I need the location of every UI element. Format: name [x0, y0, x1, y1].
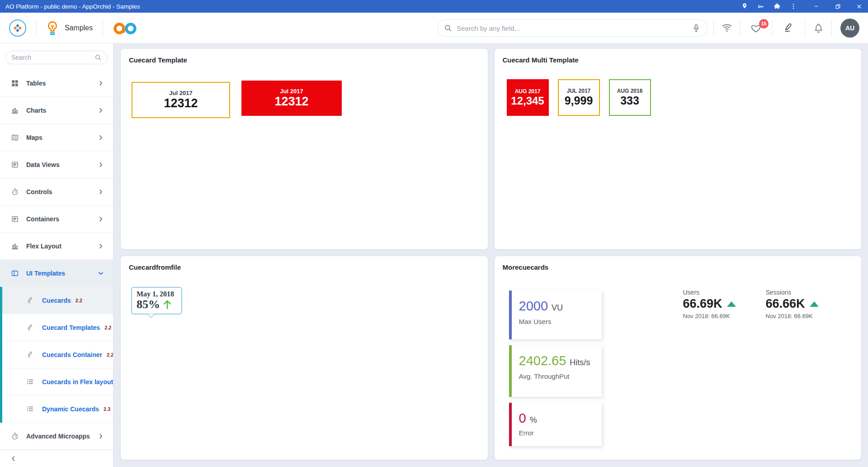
trend-up-triangle-icon [727, 301, 736, 307]
microphone-icon[interactable] [692, 23, 701, 33]
sidebar-item-label: Tables [26, 80, 46, 87]
bubble-value: 85% [137, 298, 160, 310]
metric-unit: VU [552, 303, 563, 313]
browser-menu-icon[interactable] [790, 3, 797, 10]
card-title: Morecuecards [503, 263, 854, 271]
cuecard-period: Jul 2017 [280, 88, 303, 95]
divider [103, 19, 103, 38]
cuecard-period: Jul 2017 [169, 90, 192, 96]
minimize-button[interactable] [813, 3, 820, 10]
extensions-puzzle-icon[interactable] [774, 3, 781, 10]
document-icon [11, 161, 19, 169]
sidebar-subitem-cuecards-in-flex-layout[interactable]: Cuecards in Flex layout 2.3 [2, 368, 113, 396]
restore-window-button[interactable] [834, 3, 841, 10]
bar-chart-icon [11, 106, 19, 114]
metric-card-avg-throughput: 2402.65 Hits/s Avg. ThroughPut [509, 345, 602, 397]
version-badge: 2.2 [75, 298, 82, 303]
pen-icon [26, 351, 34, 358]
card-cuecardfromfile: Cuecardfromfile May 1, 2018 85% [121, 256, 488, 460]
app-header: Samples 15 [0, 13, 868, 43]
chevron-right-icon [98, 216, 104, 222]
chevron-right-icon [98, 433, 104, 439]
kpi-footnote: Nov 2018: 66.69K [766, 313, 819, 319]
sidebar-collapse-button[interactable] [0, 450, 113, 467]
sidebar-search-input[interactable] [11, 54, 94, 61]
cuecard-red-filled: AUG 2017 12,345 [507, 79, 549, 116]
key-icon[interactable] [757, 3, 764, 10]
location-pin-icon[interactable] [741, 3, 748, 10]
template-icon [11, 269, 19, 277]
app-launcher-button[interactable] [9, 19, 26, 37]
wifi-status-icon[interactable] [714, 13, 740, 43]
global-search-bar [437, 19, 708, 37]
sidebar-subitem-label: Dynamic Cuecards [42, 405, 99, 413]
sidebar-item-advanced-microapps[interactable]: Advanced Microapps [0, 423, 113, 450]
sidebar-subitem-cuecards-container[interactable]: Cuecards Container 2.2 [2, 341, 113, 368]
annotate-pen-button[interactable] [772, 13, 805, 43]
cuecard-period: AUG 2016 [617, 88, 643, 94]
sidebar-subitem-dynamic-cuecards[interactable]: Dynamic Cuecards 2.3 [2, 396, 113, 423]
sidebar-item-ui-templates[interactable]: UI Templates [0, 260, 113, 287]
kpi-label: Sessions [766, 289, 819, 296]
sidebar-subitem-label: Cuecard Templates [42, 324, 100, 331]
stopwatch-icon [11, 432, 19, 440]
stopwatch-icon [11, 188, 19, 196]
bell-icon [813, 23, 824, 33]
sidebar-item-containers[interactable]: Containers [0, 205, 113, 233]
chevron-right-icon [98, 134, 104, 141]
sidebar-item-maps[interactable]: Maps [0, 124, 113, 151]
sidebar-item-data-views[interactable]: Data Views [0, 151, 113, 178]
notifications-button[interactable] [805, 13, 831, 43]
map-icon [11, 133, 19, 142]
trend-up-arrow-icon [163, 299, 172, 310]
metric-unit: Hits/s [570, 358, 590, 367]
sidebar-subitem-label: Cuecards [42, 297, 71, 304]
card-cuecard-multi-template: Cuecard Multi Template AUG 2017 12,345 J… [495, 49, 862, 249]
sidebar-item-label: Charts [26, 107, 46, 114]
user-avatar[interactable]: AU [840, 19, 859, 38]
chevron-left-icon [10, 455, 17, 462]
bar-chart-icon [11, 242, 19, 250]
close-window-button[interactable] [855, 3, 863, 10]
cuecard-green-outline: AUG 2016 333 [609, 79, 651, 116]
sidebar-item-flex-layout[interactable]: Flex Layout [0, 233, 113, 260]
app-name-label: Samples [65, 24, 93, 32]
sidebar-subitem-cuecards[interactable]: Cuecards 2.2 [2, 287, 113, 314]
search-icon [444, 24, 452, 32]
document-icon [11, 215, 19, 223]
lightbulb-icon [47, 21, 58, 35]
metric-value: 0 [519, 412, 526, 425]
sidebar-item-controls[interactable]: Controls [0, 178, 113, 205]
metric-label: Error [519, 429, 602, 437]
cuecard-value: 9,999 [565, 94, 593, 107]
sidebar-item-label: UI Templates [26, 270, 65, 277]
sidebar-subitem-cuecard-templates[interactable]: Cuecard Templates 2.2 [2, 314, 113, 341]
chevron-right-icon [98, 243, 104, 249]
cuecard-value: 333 [620, 94, 639, 107]
grid-icon [11, 79, 19, 87]
divider [36, 19, 37, 38]
metric-value: 2402.65 [519, 354, 566, 367]
sidebar-item-charts[interactable]: Charts [0, 97, 113, 124]
cuecard-period: JUL 2017 [567, 88, 590, 94]
ui-templates-submenu: Cuecards 2.2 Cuecard Templates 2.2 Cueca… [0, 287, 113, 423]
sidebar-item-tables[interactable]: Tables [0, 70, 113, 97]
favorites-button[interactable]: 15 [740, 13, 772, 43]
metric-label: Avg. ThroughPut [519, 372, 602, 380]
card-title: Cuecard Multi Template [503, 56, 854, 64]
speech-bubble-cuecard: May 1, 2018 85% [131, 287, 182, 315]
search-input[interactable] [457, 24, 692, 32]
window-titlebar: AO Platform - public demo - AppOrchid - … [0, 0, 868, 13]
sidebar-subitem-label: Cuecards Container [42, 351, 102, 358]
cuecard-gold-outline: Jul 2017 12312 [132, 82, 230, 118]
apporchid-logo [113, 20, 137, 36]
version-badge: 2.2 [104, 325, 111, 330]
metric-unit: % [530, 415, 537, 425]
cuecard-red-filled: Jul 2017 12312 [241, 81, 342, 116]
search-icon [94, 54, 102, 61]
card-morecuecards: Morecuecards 2000 VU Max Users 2402.65 H… [495, 256, 862, 460]
metric-card-error: 0 % Error [509, 403, 602, 446]
bubble-date: May 1, 2018 [137, 290, 174, 298]
sidebar-item-label: Flex Layout [26, 243, 61, 250]
pen-icon [26, 324, 34, 331]
